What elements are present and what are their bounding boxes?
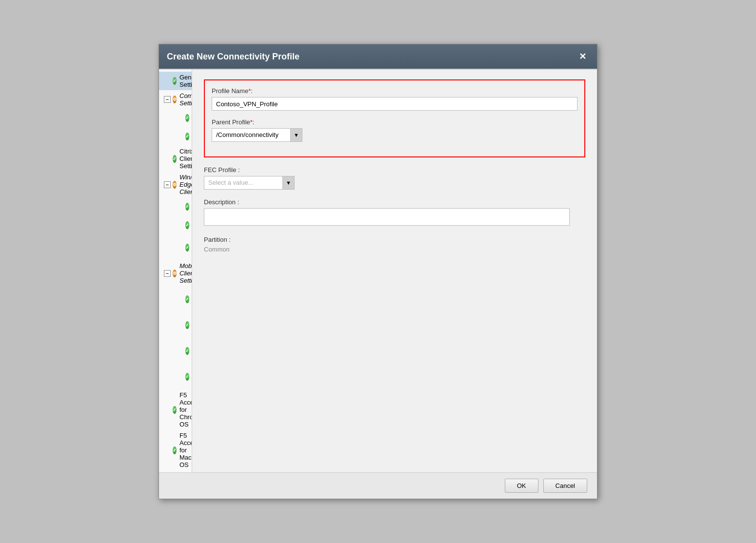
dialog-title: Create New Connectivity Profile [167,52,299,62]
fec-profile-placeholder: Select a value... [204,176,282,189]
partition-group: Partition : Common [204,236,585,253]
sidebar-item-general-settings[interactable]: ✓General Settings [159,72,192,90]
description-group: Description : [204,198,585,227]
sidebar-item-network-access[interactable]: ✓Network Access [159,109,192,127]
sidebar-item-ios-edge-portal[interactable]: ✓iOS Edge Portal [159,364,192,389]
dialog-body: ✓General Settings−⚙Compression Settings✓… [159,69,597,472]
cancel-button[interactable]: Cancel [543,479,587,493]
icon-ios-edge-client: ✓ [185,347,189,355]
sidebar-label-compression-settings: Compression Settings [179,92,192,107]
parent-profile-value: /Common/connectivity [212,129,290,141]
tree-toggle-win-mac-edge-client[interactable]: − [164,181,171,188]
sidebar-item-android-edge-portal[interactable]: ✓Android Edge Portal [159,312,192,338]
sidebar-item-oauth-settings[interactable]: ✓OAuth Settings [159,197,192,216]
sidebar: ✓General Settings−⚙Compression Settings✓… [159,70,192,472]
description-input[interactable] [204,208,570,226]
icon-f5-access-chrome: ✓ [173,406,177,414]
sidebar-label-win-mac-edge-client: Win/Mac Edge Client [179,174,192,195]
sidebar-label-f5-access-chrome: F5 Access for Chrome OS [179,391,192,428]
icon-compression-settings: ⚙ [173,96,177,103]
sidebar-item-ios-edge-client[interactable]: ✓iOS Edge Client [159,338,192,364]
sidebar-item-compression-settings[interactable]: −⚙Compression Settings [159,90,192,109]
icon-mobile-client-settings: ⚙ [173,270,177,277]
sidebar-label-f5-access-mac: F5 Access for Mac OS [179,432,192,468]
sidebar-item-app-tunnel[interactable]: ✓App Tunnel [159,127,192,146]
profile-name-group: Profile Name*: [212,87,577,111]
parent-profile-group: Parent Profile*: /Common/connectivity ▼ [212,118,577,142]
icon-network-access: ✓ [185,114,189,122]
icon-app-tunnel: ✓ [185,133,189,140]
tree-toggle-mobile-client-settings[interactable]: − [164,270,171,277]
tree-toggle-compression-settings[interactable]: − [164,96,171,103]
close-button[interactable]: ✕ [576,51,589,62]
sidebar-item-mobile-client-settings[interactable]: −⚙Mobile Client Settings [159,260,192,286]
icon-ios-edge-portal: ✓ [185,373,189,381]
fec-profile-select[interactable]: Select a value... ▼ [204,176,295,190]
sidebar-label-general-settings: General Settings [179,74,192,88]
icon-android-edge-client: ✓ [185,295,189,303]
ok-button[interactable]: OK [505,479,538,493]
create-connectivity-profile-dialog: Create New Connectivity Profile ✕ ✓Gener… [159,44,597,499]
parent-profile-dropdown-arrow[interactable]: ▼ [290,129,302,141]
icon-location-dns-list: ✓ [185,244,189,252]
parent-profile-select[interactable]: /Common/connectivity ▼ [212,128,302,142]
required-fields-section: Profile Name*: Parent Profile*: /Common/… [204,79,585,157]
icon-f5-access-mac: ✓ [173,446,177,454]
parent-profile-label: Parent Profile*: [212,118,577,126]
partition-label: Partition : [204,236,585,243]
sidebar-item-f5-access-chrome[interactable]: ✓F5 Access for Chrome OS [159,389,192,430]
icon-citrix-client-settings: ✓ [173,155,177,163]
fec-profile-dropdown-arrow[interactable]: ▼ [282,176,294,189]
sidebar-item-citrix-client-settings[interactable]: ✓Citrix Client Settings [159,146,192,172]
sidebar-label-mobile-client-settings: Mobile Client Settings [179,262,192,284]
sidebar-item-server-list[interactable]: ✓Server List [159,216,192,234]
sidebar-item-location-dns-list[interactable]: ✓Location DNS List [159,234,192,260]
content-area: Profile Name*: Parent Profile*: /Common/… [192,70,597,472]
icon-general-settings: ✓ [173,77,177,85]
profile-name-input[interactable] [212,97,577,111]
sidebar-item-android-edge-client[interactable]: ✓Android Edge Client [159,286,192,312]
partition-value: Common [204,246,585,253]
icon-oauth-settings: ✓ [185,203,189,211]
dialog-footer: OK Cancel [159,472,597,499]
icon-win-mac-edge-client: ⚙ [173,181,177,189]
icon-android-edge-portal: ✓ [185,321,189,329]
sidebar-label-citrix-client-settings: Citrix Client Settings [179,148,192,170]
dialog-header: Create New Connectivity Profile ✕ [159,44,597,69]
fec-profile-label: FEC Profile : [204,166,585,174]
profile-name-label: Profile Name*: [212,87,577,95]
description-label: Description : [204,198,585,206]
sidebar-item-win-mac-edge-client[interactable]: −⚙Win/Mac Edge Client [159,172,192,197]
fec-profile-group: FEC Profile : Select a value... ▼ [204,166,585,190]
sidebar-item-f5-access-mac[interactable]: ✓F5 Access for Mac OS [159,430,192,470]
icon-server-list: ✓ [185,221,189,229]
